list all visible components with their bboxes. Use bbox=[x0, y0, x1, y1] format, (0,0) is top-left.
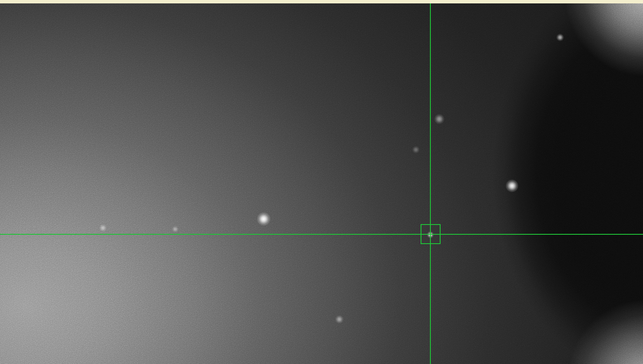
lock-box bbox=[421, 224, 441, 244]
star bbox=[506, 179, 518, 192]
star bbox=[434, 114, 444, 124]
reticle-vertical-line bbox=[430, 3, 431, 364]
star bbox=[335, 315, 344, 324]
camera-window: { "window": { "width": 1512, "height": 8… bbox=[0, 0, 643, 364]
star bbox=[99, 224, 107, 232]
star bbox=[172, 226, 179, 233]
star-field bbox=[0, 3, 643, 364]
star bbox=[257, 212, 270, 226]
star bbox=[412, 146, 420, 154]
reticle-horizontal-line bbox=[0, 234, 643, 235]
camera-image[interactable] bbox=[0, 3, 643, 364]
star bbox=[556, 34, 564, 41]
